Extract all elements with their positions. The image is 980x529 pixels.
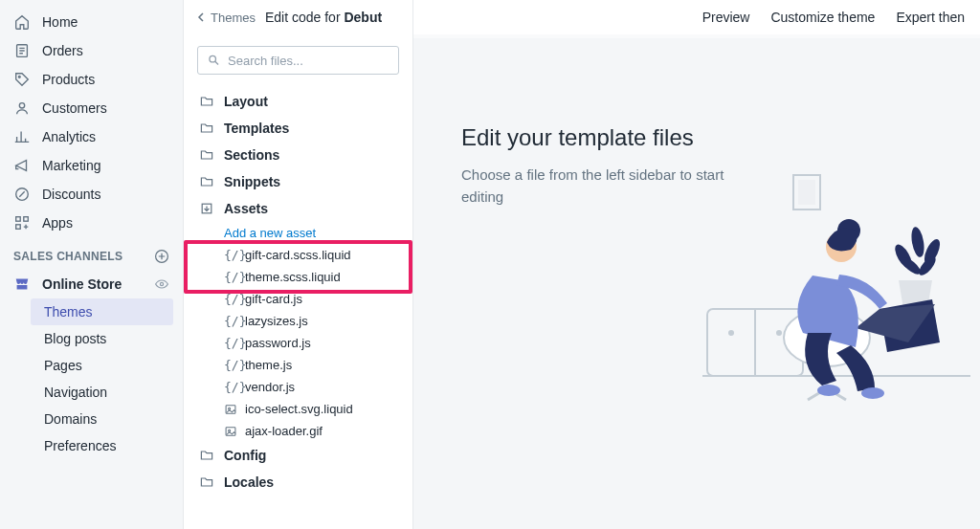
- nav-label: Discounts: [42, 187, 100, 202]
- nav-label: Products: [42, 72, 95, 87]
- sales-channels-header: SALES CHANNELS: [0, 237, 183, 270]
- code-icon: {/}: [224, 358, 237, 372]
- editor-actions: Preview Customize theme Expert then: [413, 0, 980, 34]
- subnav-navigation[interactable]: Navigation: [31, 379, 183, 406]
- nav-discounts[interactable]: Discounts: [0, 180, 183, 209]
- file-theme-scss[interactable]: {/} theme.scss.liquid: [214, 266, 407, 288]
- assets-file-list: {/} gift-card.scss.liquid {/} theme.scss…: [189, 244, 407, 442]
- folder-config[interactable]: Config: [189, 442, 407, 469]
- file-password-js[interactable]: {/} password.js: [214, 332, 407, 354]
- analytics-icon: [13, 128, 31, 145]
- sales-channels-label: SALES CHANNELS: [13, 250, 122, 263]
- svg-rect-5: [24, 217, 29, 222]
- svg-rect-31: [798, 180, 815, 205]
- customers-icon: [13, 99, 31, 117]
- action-preview[interactable]: Preview: [702, 10, 750, 25]
- nav-label: Home: [42, 14, 78, 30]
- folder-label: Assets: [224, 201, 268, 216]
- svg-point-9: [210, 55, 216, 61]
- code-icon: {/}: [224, 248, 237, 262]
- svg-point-14: [229, 430, 231, 431]
- file-name: lazysizes.js: [245, 314, 308, 328]
- file-name: password.js: [245, 336, 311, 350]
- subnav-pages[interactable]: Pages: [31, 352, 183, 379]
- file-gift-card-js[interactable]: {/} gift-card.js: [214, 288, 407, 310]
- svg-point-1: [18, 76, 20, 77]
- channel-online-store[interactable]: Online Store: [0, 270, 183, 298]
- file-lazysizes-js[interactable]: {/} lazysizes.js: [214, 310, 407, 332]
- svg-point-29: [861, 387, 884, 399]
- code-icon: {/}: [224, 336, 237, 350]
- svg-rect-4: [16, 217, 21, 222]
- svg-rect-6: [16, 225, 21, 230]
- folder-layout[interactable]: Layout: [189, 88, 407, 115]
- editor-heading: Edit your template files: [461, 124, 694, 151]
- store-icon: [13, 276, 31, 293]
- folder-icon: [199, 448, 214, 463]
- folder-label: Templates: [224, 121, 289, 136]
- subnav-blog-posts[interactable]: Blog posts: [31, 325, 183, 352]
- home-icon: [13, 13, 31, 31]
- nav-label: Orders: [42, 43, 83, 58]
- editor-pane: Preview Customize theme Expert then Edit…: [413, 0, 980, 529]
- svg-point-2: [19, 103, 24, 108]
- folder-icon: [199, 94, 214, 109]
- nav-label: Analytics: [42, 129, 96, 144]
- file-theme-js[interactable]: {/} theme.js: [214, 354, 407, 376]
- folder-templates[interactable]: Templates: [189, 115, 407, 142]
- code-icon: {/}: [224, 314, 237, 328]
- view-store-icon[interactable]: [154, 276, 169, 292]
- action-expert[interactable]: Expert then: [896, 10, 965, 25]
- page-title: Edit code for Debut: [265, 10, 382, 25]
- nav-apps[interactable]: Apps: [0, 209, 183, 237]
- file-name: vendor.js: [245, 380, 295, 394]
- file-name: gift-card.scss.liquid: [245, 248, 351, 262]
- nav-analytics[interactable]: Analytics: [0, 122, 183, 151]
- folder-sections[interactable]: Sections: [189, 142, 407, 168]
- folder-icon: [199, 174, 214, 189]
- files-panel: Themes Edit code for Debut Layout Templa…: [184, 0, 413, 529]
- file-name: theme.js: [245, 358, 292, 372]
- add-channel-icon[interactable]: [154, 249, 169, 264]
- file-vendor-js[interactable]: {/} vendor.js: [214, 376, 407, 398]
- back-to-themes[interactable]: Themes: [197, 11, 256, 25]
- file-name: ajax-loader.gif: [245, 424, 323, 438]
- back-label: Themes: [211, 11, 256, 25]
- search-files[interactable]: [197, 46, 399, 75]
- folder-label: Sections: [224, 147, 279, 163]
- subnav-themes[interactable]: Themes: [31, 298, 173, 325]
- svg-point-28: [817, 385, 840, 396]
- svg-point-12: [229, 408, 231, 409]
- folder-label: Locales: [224, 474, 274, 490]
- nav-label: Customers: [42, 100, 107, 116]
- code-icon: {/}: [224, 380, 237, 394]
- add-asset-link[interactable]: Add a new asset: [189, 222, 407, 244]
- file-name: ico-select.svg.liquid: [245, 402, 353, 416]
- folder-label: Config: [224, 448, 266, 463]
- file-gift-card-scss[interactable]: {/} gift-card.scss.liquid: [214, 244, 407, 266]
- file-ajax-loader[interactable]: ajax-loader.gif: [214, 420, 407, 442]
- image-icon: [224, 425, 237, 438]
- nav-marketing[interactable]: Marketing: [0, 151, 183, 180]
- subnav-domains[interactable]: Domains: [31, 406, 183, 432]
- folder-snippets[interactable]: Snippets: [189, 168, 407, 195]
- folder-icon: [199, 147, 214, 163]
- svg-point-21: [909, 226, 925, 258]
- folder-label: Snippets: [224, 174, 280, 189]
- code-icon: {/}: [224, 292, 237, 306]
- subnav-preferences[interactable]: Preferences: [31, 432, 183, 459]
- search-input[interactable]: [228, 54, 389, 68]
- nav-products[interactable]: Products: [0, 65, 183, 94]
- nav-orders[interactable]: Orders: [0, 36, 183, 65]
- folder-assets[interactable]: Assets: [189, 195, 407, 222]
- nav-customers[interactable]: Customers: [0, 94, 183, 122]
- folder-icon: [199, 474, 214, 490]
- file-ico-select[interactable]: ico-select.svg.liquid: [214, 398, 407, 420]
- main-sidebar: Home Orders Products Customers Analytics…: [0, 0, 184, 529]
- folder-locales[interactable]: Locales: [189, 469, 407, 496]
- nav-home[interactable]: Home: [0, 8, 183, 36]
- nav-label: Marketing: [42, 158, 100, 173]
- action-customize[interactable]: Customize theme: [770, 10, 875, 25]
- svg-point-8: [160, 282, 163, 285]
- nav-label: Apps: [42, 215, 73, 231]
